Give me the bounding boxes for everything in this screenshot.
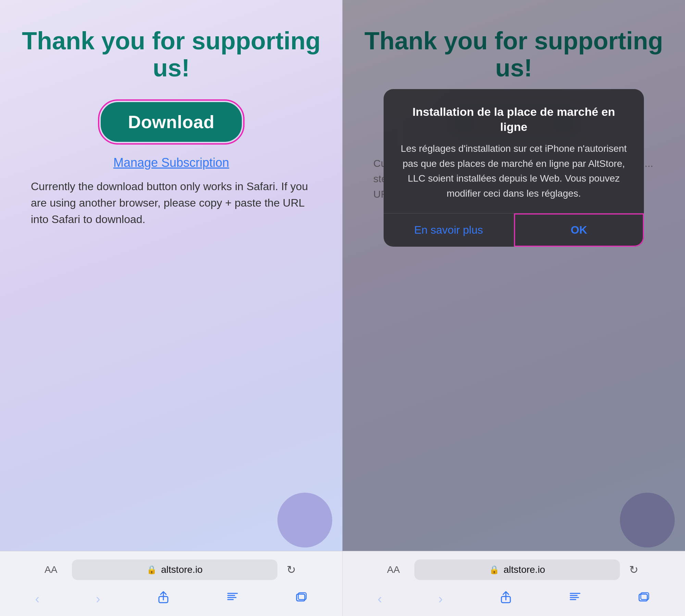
right-forward-button[interactable]: › — [435, 588, 446, 610]
right-url-pill[interactable]: 🔒 altstore.io — [414, 559, 620, 580]
right-refresh-icon[interactable]: ↻ — [627, 563, 640, 576]
dialog-ok-button[interactable]: OK — [514, 213, 644, 247]
dialog-buttons: En savoir plus OK — [384, 213, 644, 247]
left-manage-subscription-link[interactable]: Manage Subscription — [113, 156, 229, 170]
right-url-bar-row: AA 🔒 altstore.io ↻ — [342, 551, 685, 584]
dialog-body: Les réglages d'installation sur cet iPho… — [400, 141, 627, 201]
left-bookmarks-button[interactable] — [223, 588, 242, 610]
right-tabs-button[interactable] — [634, 588, 653, 610]
right-panel: Thank you for supporting us! Download Cu… — [342, 0, 685, 616]
left-tabs-button[interactable] — [292, 588, 311, 610]
dialog: Installation de la place de marché en li… — [384, 89, 644, 247]
right-bookmarks-button[interactable] — [565, 588, 585, 610]
left-lock-icon: 🔒 — [147, 565, 157, 575]
left-download-button[interactable]: Download — [101, 102, 242, 142]
right-back-button[interactable]: ‹ — [374, 588, 385, 610]
right-lock-icon: 🔒 — [489, 565, 499, 575]
right-share-button[interactable] — [496, 588, 516, 611]
decorative-circle-left — [277, 493, 332, 547]
left-back-button[interactable]: ‹ — [32, 588, 43, 610]
dialog-title: Installation de la place de marché en li… — [400, 104, 627, 134]
right-safari-bar: AA 🔒 altstore.io ↻ ‹ › — [342, 551, 685, 616]
right-url-text: altstore.io — [503, 564, 545, 575]
dialog-content: Installation de la place de marché en li… — [384, 89, 644, 201]
left-forward-button[interactable]: › — [92, 588, 104, 610]
right-aa-button[interactable]: AA — [387, 564, 408, 575]
left-safari-bar: AA 🔒 altstore.io ↻ ‹ › — [0, 551, 342, 616]
left-refresh-icon[interactable]: ↻ — [284, 563, 298, 576]
left-description: Currently the download button only works… — [31, 178, 312, 227]
left-url-pill[interactable]: 🔒 altstore.io — [72, 559, 277, 580]
right-safari-actions: ‹ › — [342, 584, 685, 616]
left-safari-actions: ‹ › — [0, 584, 342, 616]
left-share-button[interactable] — [153, 588, 173, 611]
left-aa-button[interactable]: AA — [45, 564, 65, 575]
left-url-text: altstore.io — [161, 564, 202, 575]
left-url-bar-row: AA 🔒 altstore.io ↻ — [0, 551, 342, 584]
left-panel: Thank you for supporting us! Download Ma… — [0, 0, 342, 616]
dialog-learn-more-button[interactable]: En savoir plus — [384, 213, 514, 247]
left-heading: Thank you for supporting us! — [21, 27, 322, 82]
